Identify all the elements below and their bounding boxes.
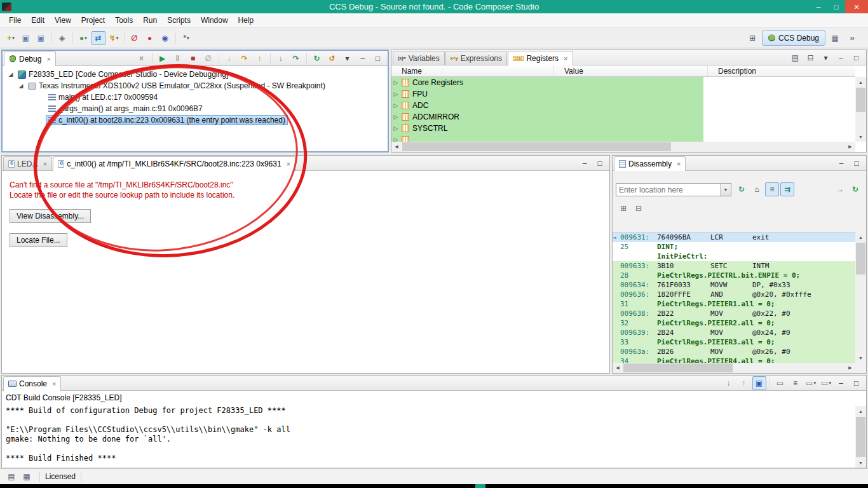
horizontal-scrollbar[interactable] <box>613 363 855 373</box>
scrollbar-thumb[interactable] <box>402 142 671 151</box>
disassembly-line[interactable]: 32 PieCtrlRegs.PIEIER2.all = 0; <box>613 318 855 328</box>
menu-edit[interactable]: Edit <box>26 14 50 27</box>
disassembly-line[interactable]: 009633: 3B10 SETC INTM <box>613 261 855 271</box>
pin-view-button[interactable]: ⊟ <box>632 201 646 215</box>
row-expander-icon[interactable]: ▷ <box>391 114 400 120</box>
remove-all-breakpoints-button[interactable]: ∅ <box>128 31 142 45</box>
tab-led-c[interactable]: LED.c <box>3 156 52 170</box>
close-tab-icon[interactable] <box>287 160 290 168</box>
disassembly-line[interactable]: 009639: 2B24 MOV @0x24, #0 <box>613 328 855 337</box>
collapse-all-button[interactable]: ⊟ <box>804 51 818 65</box>
tree-item-frame-main[interactable]: main() at LED.c:17 0x009594 <box>3 92 388 103</box>
tab-expressions[interactable]: Expressions <box>445 51 507 65</box>
disassembly-line[interactable]: 25 DINT; <box>613 242 855 252</box>
disassembly-line[interactable]: 34 PieCtrlRegs.PIEIER4.all = 0; <box>613 356 855 363</box>
debug-button[interactable]: ●▾ <box>76 31 90 45</box>
resume-button[interactable]: ▶ <box>156 51 170 65</box>
tab-debug[interactable]: Debug <box>4 51 56 66</box>
scrollbar-thumb[interactable] <box>856 88 865 112</box>
new-button[interactable]: +▾ <box>4 31 18 45</box>
flash-button[interactable]: ↯▾ <box>107 31 121 45</box>
scrollbar-thumb[interactable] <box>623 363 733 372</box>
maximize-button[interactable]: □ <box>850 156 864 170</box>
disconnect-button[interactable]: ∅ <box>201 51 215 65</box>
debug-configurations-button[interactable]: ◈ <box>55 31 69 45</box>
disassembly-line[interactable]: 009631: 764096BA LCR exit <box>613 233 855 242</box>
reset-cpu-button[interactable]: ↺ <box>325 51 339 65</box>
minimize-window-button[interactable] <box>810 0 827 13</box>
tab-disassembly[interactable]: Disassembly <box>614 156 686 171</box>
scrollbar-thumb[interactable] <box>856 243 865 274</box>
tab-variables[interactable]: Variables <box>393 51 445 65</box>
tree-item-frame-args-main[interactable]: _args_main() at args_main.c:91 0x0096B7 <box>3 103 388 114</box>
show-stdout-change-button[interactable]: ↓ <box>722 376 736 390</box>
edit-perspective-button[interactable] <box>828 31 842 45</box>
menu-view[interactable]: View <box>50 14 76 27</box>
menu-run[interactable]: Run <box>138 14 162 27</box>
scroll-up-arrow[interactable] <box>855 232 866 242</box>
sync-pc-button[interactable]: ⇉ <box>780 182 794 196</box>
status-grid-icon[interactable]: ▦ <box>20 470 34 484</box>
Core Registers[interactable]: ▷ Core Registers <box>391 77 855 88</box>
home-button[interactable]: ⌂ <box>750 182 764 196</box>
disassembly-line[interactable]: 009638: 2B22 MOV @0x22, #0 <box>613 309 855 318</box>
save-all-button[interactable]: ▣ <box>34 31 48 45</box>
ADC[interactable]: ▷ ADC <box>391 100 855 111</box>
disassembly-line[interactable]: 009636: 1820FFFE AND @0x20, #0xfffe <box>613 290 855 299</box>
remove-all-terminated-button[interactable]: × <box>135 51 149 65</box>
tree-expander-icon[interactable]: ◢ <box>17 83 25 89</box>
instruction-step-into-button[interactable]: ↓ <box>274 51 288 65</box>
minimize-button[interactable]: – <box>578 156 592 170</box>
suspend-button[interactable]: ‖ <box>171 51 185 65</box>
minimize-button[interactable]: – <box>834 51 848 65</box>
column-header[interactable]: Value <box>554 65 708 76</box>
scroll-down-arrow[interactable] <box>855 458 866 468</box>
open-perspective-button[interactable] <box>745 31 759 45</box>
clear-console-button[interactable]: ▭ <box>773 376 787 390</box>
view-menu-button[interactable]: ▾ <box>819 51 833 65</box>
register-group-row[interactable]: ▷ <box>391 134 855 142</box>
tree-item-frame-c-int00[interactable]: c_int00() at boot28.inc:223 0x009631 (th… <box>3 114 388 126</box>
step-into-button[interactable]: ↓ <box>222 51 236 65</box>
minimize-button[interactable]: – <box>834 156 848 170</box>
pin-console-button[interactable]: ▣ <box>752 376 766 390</box>
taskbar-app-indicator[interactable] <box>475 484 485 488</box>
maximize-button[interactable]: □ <box>850 376 864 390</box>
menu-project[interactable]: Project <box>76 14 110 27</box>
column-header[interactable]: Description <box>708 65 855 76</box>
vertical-scrollbar[interactable] <box>855 406 866 468</box>
terminate-button[interactable]: ■ <box>186 51 200 65</box>
tab-c-int00[interactable]: c_int00() at /tmp/TI_MKLIBr6S4KF/SRC/boo… <box>53 156 295 171</box>
FPU[interactable]: ▷ FPU <box>391 88 855 100</box>
disassembly-line[interactable]: 009634: 761F0033 MOVW DP, #0x33 <box>613 280 855 290</box>
disassembly-line[interactable]: 00963a: 2B26 MOV @0x26, #0 <box>613 347 855 356</box>
toggle-breakpoint-button[interactable]: ● <box>143 31 157 45</box>
view-menu-button[interactable]: ▾ <box>341 51 355 65</box>
horizontal-scrollbar[interactable] <box>391 142 855 152</box>
disassembly-line[interactable]: InitPieCtrl: <box>613 252 855 261</box>
scroll-right-arrow[interactable] <box>845 363 855 373</box>
instruction-step-over-button[interactable]: ↷ <box>289 51 303 65</box>
step-over-button[interactable]: ↷ <box>238 51 252 65</box>
scroll-down-arrow[interactable] <box>855 132 866 142</box>
perspective-overflow-chevron[interactable] <box>845 31 859 45</box>
column-header[interactable]: Name <box>391 65 554 76</box>
connect-target-button[interactable]: ⇄ <box>92 31 105 45</box>
close-tab-icon[interactable] <box>46 55 50 63</box>
menu-window[interactable]: Window <box>196 14 233 27</box>
restart-button[interactable]: ↻ <box>310 51 324 65</box>
refresh-view-button[interactable]: ↻ <box>735 182 749 196</box>
disassembly-line[interactable]: 33 PieCtrlRegs.PIEIER3.all = 0; <box>613 337 855 347</box>
scrollbar-thumb[interactable] <box>856 417 865 457</box>
highlight-wand-button[interactable]: *▾ <box>179 31 193 45</box>
tree-item-project[interactable]: ◢ F28335_LED [Code Composer Studio - Dev… <box>3 69 388 80</box>
menu-file[interactable]: File <box>4 14 26 27</box>
SYSCTRL[interactable]: ▷ SYSCTRL <box>391 123 855 134</box>
watchpoint-button[interactable]: ◉ <box>158 31 172 45</box>
scroll-left-arrow[interactable] <box>391 142 402 152</box>
row-expander-icon[interactable]: ▷ <box>391 125 400 132</box>
tab-registers[interactable]: Registers <box>508 51 573 65</box>
status-editor-icon[interactable]: ▤ <box>4 470 18 484</box>
row-expander-icon[interactable]: ▷ <box>391 79 400 86</box>
close-tab-icon[interactable] <box>564 55 567 62</box>
